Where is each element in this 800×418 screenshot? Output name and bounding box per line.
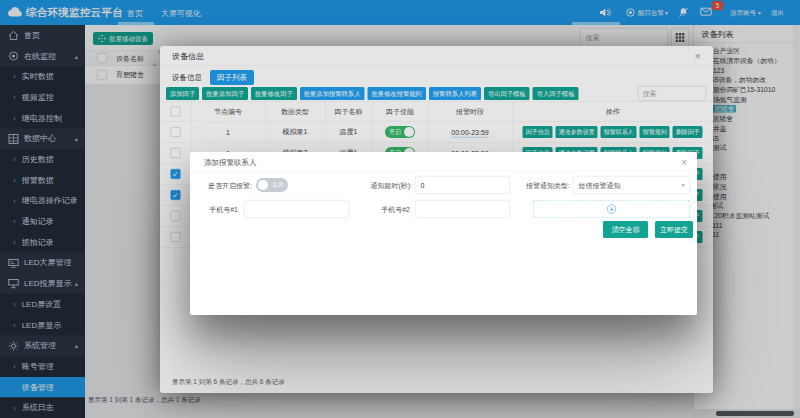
notify-delay-label: 通知延时(秒):	[350, 176, 412, 194]
alarm-type-value: 短信报警通知	[579, 177, 621, 194]
dialog-header: 添加报警联系人 ×	[190, 152, 697, 172]
phone1-input[interactable]	[244, 200, 349, 218]
alarm-enable-label: 是否开启报警:	[198, 176, 252, 194]
toggle-off-label: 关闭	[272, 178, 284, 192]
add-alarm-contact-dialog: 添加报警联系人 × 是否开启报警: 关闭 通知延时(秒): 报警通知类型: 短信…	[190, 152, 697, 315]
submit-button[interactable]: 立即提交	[655, 221, 693, 238]
toggle-knob	[258, 180, 268, 190]
alarm-type-label: 报警通知类型:	[518, 176, 570, 194]
alarm-enable-toggle[interactable]: 关闭	[256, 178, 288, 192]
dialog-title: 添加报警联系人	[204, 152, 257, 172]
select-caret-icon: ▾	[682, 177, 685, 194]
add-phone-button[interactable]: +	[533, 200, 690, 218]
alarm-type-select[interactable]: 短信报警通知 ▾	[573, 176, 690, 194]
page: 综合环境监控云平台 首页 大屏可视化 醒目告警 ▾ 5 演示账号 ▾ 退出 首页…	[0, 0, 800, 418]
phone2-label: 手机号#2	[366, 200, 410, 218]
notify-delay-input[interactable]	[415, 176, 510, 194]
close-icon[interactable]: ×	[681, 152, 687, 172]
clear-all-button[interactable]: 清空全部	[603, 221, 648, 238]
plus-icon: +	[607, 205, 616, 214]
phone1-label: 手机号#1	[198, 200, 238, 218]
phone2-input[interactable]	[415, 200, 510, 218]
